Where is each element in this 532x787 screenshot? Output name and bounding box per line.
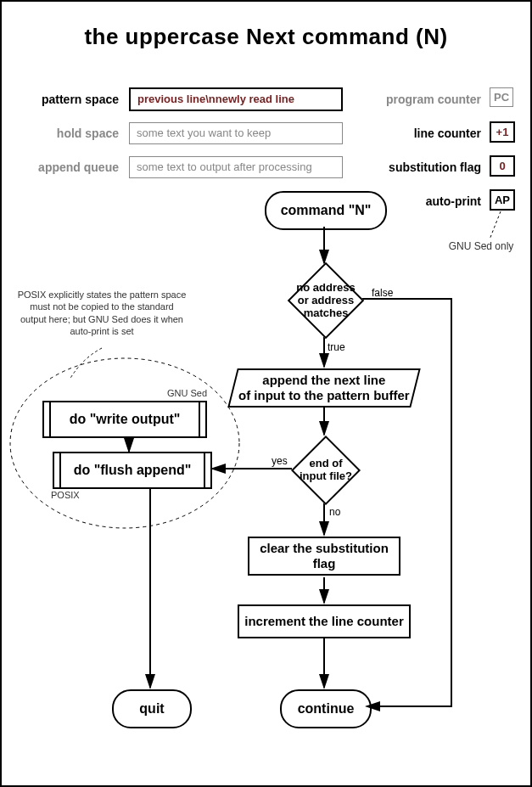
label-posix: POSIX xyxy=(51,489,85,501)
node-eof-check-text: end ofinput file? xyxy=(296,458,356,483)
label-gnu-sed: GNU Sed xyxy=(156,387,207,399)
node-append-line-text: append the next lineof input to the patt… xyxy=(238,373,410,403)
node-continue: continue xyxy=(280,689,372,728)
diagram-page: the uppercase Next command (N) pattern s… xyxy=(0,0,532,787)
node-clear-flag: clear the substitutionflag xyxy=(248,537,400,576)
note-posix: POSIX explicitly states the pattern spac… xyxy=(17,289,187,337)
node-quit: quit xyxy=(112,689,192,728)
node-increment: increment the line counter xyxy=(238,604,411,638)
edge-false: false xyxy=(372,287,393,299)
edge-no: no xyxy=(329,506,340,518)
edge-yes: yes xyxy=(272,455,288,467)
node-append-line: append the next lineof input to the patt… xyxy=(227,368,420,408)
node-address-check-text: no addressor addressmatches xyxy=(293,282,359,320)
edge-true: true xyxy=(328,341,345,353)
node-write-output: do "write output" xyxy=(42,401,207,438)
node-command: command "N" xyxy=(265,191,387,230)
svg-point-0 xyxy=(10,358,239,528)
node-flush-append: do "flush append" xyxy=(53,452,212,489)
